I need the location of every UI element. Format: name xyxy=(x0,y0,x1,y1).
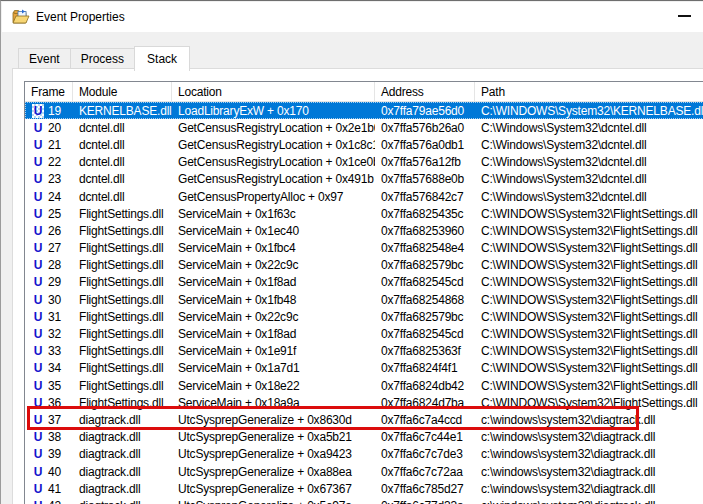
location-cell: ServiceMain + 0x1f63c xyxy=(172,207,375,221)
address-cell: 0x7ffa6c785d27 xyxy=(375,482,475,496)
column-header-frame[interactable]: Frame xyxy=(25,82,73,101)
frame-number: 36 xyxy=(48,396,61,410)
frame-cell: U 39 xyxy=(25,447,73,461)
table-row[interactable]: U 31 FlightSettings.dll ServiceMain + 0x… xyxy=(25,308,703,325)
path-cell: c:\windows\system32\diagtrack.dll xyxy=(475,447,703,461)
frame-cell: U 28 xyxy=(25,258,73,272)
frame-number: 21 xyxy=(48,138,61,152)
table-row[interactable]: U 40 diagtrack.dll UtcSysprepGeneralize … xyxy=(25,463,703,480)
location-cell: UtcSysprepGeneralize + 0xa88ea xyxy=(172,465,375,479)
user-frame-icon: U xyxy=(32,310,44,324)
table-row[interactable]: U 38 diagtrack.dll UtcSysprepGeneralize … xyxy=(25,429,703,446)
module-cell: diagtrack.dll xyxy=(73,413,172,427)
path-cell: C:\WINDOWS\System32\FlightSettings.dll xyxy=(475,396,703,410)
frame-number: 38 xyxy=(48,430,61,444)
column-header-location[interactable]: Location xyxy=(172,82,375,101)
user-frame-icon: U xyxy=(32,138,44,152)
table-row[interactable]: U 39 diagtrack.dll UtcSysprepGeneralize … xyxy=(25,446,703,463)
user-frame-icon: U xyxy=(32,379,44,393)
table-row[interactable]: U 21 dcntel.dll GetCensusRegistryLocatio… xyxy=(25,136,703,153)
table-row[interactable]: U 34 FlightSettings.dll ServiceMain + 0x… xyxy=(25,360,703,377)
location-cell: ServiceMain + 0x1f8ad xyxy=(172,327,375,341)
module-cell: FlightSettings.dll xyxy=(73,293,172,307)
table-row[interactable]: U 27 FlightSettings.dll ServiceMain + 0x… xyxy=(25,240,703,257)
frame-cell: U 25 xyxy=(25,207,73,221)
table-row[interactable]: U 19 KERNELBASE.dll LoadLibraryExW + 0x1… xyxy=(25,102,703,119)
table-row[interactable]: U 20 dcntel.dll GetCensusRegistryLocatio… xyxy=(25,119,703,136)
table-row[interactable]: U 26 FlightSettings.dll ServiceMain + 0x… xyxy=(25,222,703,239)
table-row[interactable]: U 33 FlightSettings.dll ServiceMain + 0x… xyxy=(25,343,703,360)
frame-number: 26 xyxy=(48,224,61,238)
frame-cell: U 36 xyxy=(25,396,73,410)
path-cell: C:\WINDOWS\System32\FlightSettings.dll xyxy=(475,224,703,238)
frame-number: 40 xyxy=(48,465,61,479)
frame-number: 32 xyxy=(48,327,61,341)
frame-number: 27 xyxy=(48,241,61,255)
table-row[interactable]: U 29 FlightSettings.dll ServiceMain + 0x… xyxy=(25,274,703,291)
frame-number: 31 xyxy=(48,310,61,324)
user-frame-icon: U xyxy=(32,344,44,358)
table-row[interactable]: U 30 FlightSettings.dll ServiceMain + 0x… xyxy=(25,291,703,308)
user-frame-icon: U xyxy=(32,293,44,307)
frame-cell: U 41 xyxy=(25,482,73,496)
location-cell: LoadLibraryExW + 0x170 xyxy=(172,104,375,118)
address-cell: 0x7ffa6824d7ba xyxy=(375,396,475,410)
user-frame-icon: U xyxy=(32,121,44,135)
table-row[interactable]: U 41 diagtrack.dll UtcSysprepGeneralize … xyxy=(25,480,703,497)
tab-stack[interactable]: Stack xyxy=(134,46,190,71)
location-cell: ServiceMain + 0x22c9c xyxy=(172,310,375,324)
module-cell: FlightSettings.dll xyxy=(73,275,172,289)
tab-event[interactable]: Event xyxy=(18,48,71,69)
frame-cell: U 37 xyxy=(25,413,73,427)
table-row[interactable]: U 22 dcntel.dll GetCensusRegistryLocatio… xyxy=(25,154,703,171)
address-cell: 0x7ffa576a12fb xyxy=(375,155,475,169)
frame-number: 33 xyxy=(48,344,61,358)
location-cell: ServiceMain + 0x1f8ad xyxy=(172,275,375,289)
user-frame-icon: U xyxy=(32,361,44,375)
module-cell: FlightSettings.dll xyxy=(73,224,172,238)
table-row[interactable]: U 24 dcntel.dll GetCensusPropertyAlloc +… xyxy=(25,188,703,205)
tab-process[interactable]: Process xyxy=(70,48,135,69)
module-cell: FlightSettings.dll xyxy=(73,207,172,221)
address-cell: 0x7ffa6c7c72aa xyxy=(375,465,475,479)
frame-cell: U 42 xyxy=(25,499,73,504)
address-cell: 0x7ffa6c7c44e1 xyxy=(375,430,475,444)
location-cell: UtcSysprepGeneralize + 0x8630d xyxy=(172,413,375,427)
module-cell: FlightSettings.dll xyxy=(73,327,172,341)
module-cell: dcntel.dll xyxy=(73,155,172,169)
titlebar: Event Properties xyxy=(2,2,703,32)
user-frame-icon: U xyxy=(32,482,44,496)
frame-cell: U 20 xyxy=(25,121,73,135)
table-row[interactable]: U 36 FlightSettings.dll ServiceMain + 0x… xyxy=(25,394,703,411)
table-row[interactable]: U 32 FlightSettings.dll ServiceMain + 0x… xyxy=(25,325,703,342)
column-header-path[interactable]: Path xyxy=(475,82,703,101)
user-frame-icon: U xyxy=(32,499,44,504)
table-row[interactable]: U 23 dcntel.dll GetCensusRegistryLocatio… xyxy=(25,171,703,188)
frame-number: 24 xyxy=(48,190,61,204)
table-row[interactable]: U 35 FlightSettings.dll ServiceMain + 0x… xyxy=(25,377,703,394)
path-cell: c:\windows\system32\diagtrack.dll xyxy=(475,499,703,504)
table-row[interactable]: U 42 diagtrack.dll UtcSysprepGeneralize … xyxy=(25,497,703,504)
frame-cell: U 22 xyxy=(25,155,73,169)
module-cell: diagtrack.dll xyxy=(73,430,172,444)
path-cell: C:\Windows\System32\dcntel.dll xyxy=(475,138,703,152)
user-frame-icon: U xyxy=(32,224,44,238)
frame-cell: U 35 xyxy=(25,379,73,393)
table-row[interactable]: U 25 FlightSettings.dll ServiceMain + 0x… xyxy=(25,205,703,222)
table-row[interactable]: U 28 FlightSettings.dll ServiceMain + 0x… xyxy=(25,257,703,274)
table-row[interactable]: U 37 diagtrack.dll UtcSysprepGeneralize … xyxy=(25,411,703,428)
location-cell: UtcSysprepGeneralize + 0x67367 xyxy=(172,482,375,496)
frame-number: 42 xyxy=(48,499,61,504)
location-cell: ServiceMain + 0x22c9c xyxy=(172,258,375,272)
user-frame-icon: U xyxy=(32,413,44,427)
path-cell: C:\Windows\System32\dcntel.dll xyxy=(475,155,703,169)
location-cell: GetCensusRegistryLocation + 0x491b xyxy=(172,172,375,186)
column-header-module[interactable]: Module xyxy=(73,82,172,101)
minimize-icon[interactable] xyxy=(678,15,691,17)
frame-cell: U 31 xyxy=(25,310,73,324)
path-cell: C:\WINDOWS\System32\FlightSettings.dll xyxy=(475,310,703,324)
column-header-address[interactable]: Address xyxy=(375,82,475,101)
path-cell: C:\WINDOWS\System32\FlightSettings.dll xyxy=(475,207,703,221)
address-cell: 0x7ffa6824f4f1 xyxy=(375,361,475,375)
frame-number: 30 xyxy=(48,293,61,307)
